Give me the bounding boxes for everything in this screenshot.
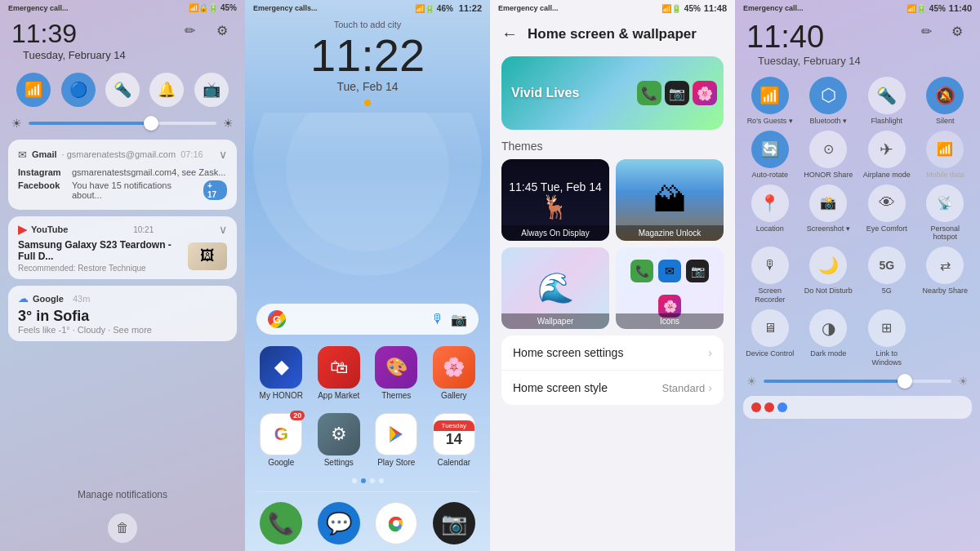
- dnd-tile[interactable]: 🌙 Do Not Disturb: [802, 247, 856, 304]
- gmail-app-label: Gmail: [32, 149, 57, 159]
- gallery-app[interactable]: 🌸 Gallery: [430, 346, 479, 400]
- linkwindows-tile-label: Link to Windows: [860, 349, 914, 367]
- expand-icon[interactable]: ∨: [219, 148, 227, 161]
- eyecomfort-tile-icon: 👁: [868, 184, 906, 222]
- playstore-app[interactable]: Play Store: [372, 413, 421, 467]
- recorder-tile[interactable]: 🎙 Screen Recorder: [743, 247, 797, 304]
- google-label: Google: [268, 458, 294, 467]
- edit-icon[interactable]: ✏: [178, 19, 201, 42]
- brightness-track-p4[interactable]: [764, 380, 951, 383]
- flashlight-toggle[interactable]: 🔦: [105, 73, 140, 107]
- instagram-text: gsmarenatestsgmail.com4, see Zask...: [72, 167, 225, 177]
- clear-notifications-icon[interactable]: 🗑: [108, 513, 137, 543]
- airplane-tile[interactable]: ✈ Airplane mode: [860, 131, 914, 180]
- instagram-label: Instagram: [18, 167, 67, 177]
- wifi-tile[interactable]: 📶 Ro's Guests ▾: [743, 77, 797, 126]
- aod-deer-graphic: 🦌: [509, 193, 602, 220]
- home-screen-style-item[interactable]: Home screen style Standard ›: [501, 371, 724, 405]
- lens-search-icon[interactable]: 📷: [451, 312, 467, 327]
- calendar-icon: Tuesday 14: [433, 413, 475, 455]
- aod-option[interactable]: 11:45 Tue, Feb 14 🦌 Always On Display: [501, 159, 609, 241]
- manage-notifications-button[interactable]: Manage notifications: [0, 481, 245, 509]
- settings-app[interactable]: ⚙ Settings: [314, 413, 364, 467]
- hotspot-tile[interactable]: 📡 Personal hotspot: [919, 184, 973, 242]
- gmail-notif-dot: [751, 402, 761, 412]
- brightness-thumb-p4[interactable]: [898, 374, 912, 389]
- hotspot-tile-icon: 📡: [926, 184, 964, 222]
- brightness-track[interactable]: [29, 122, 216, 125]
- social-notification-card: ✉ Gmail · gsmarenatests@gmail.com 07:16 …: [8, 140, 237, 210]
- notif-preview-icons: [751, 402, 787, 412]
- home-style-value: Standard: [662, 382, 706, 394]
- notification-badge: + 17: [203, 180, 227, 200]
- screenshot-tile[interactable]: 📸 Screenshot ▾: [802, 184, 856, 242]
- google-logo: G: [268, 310, 286, 328]
- edit-icon-p4[interactable]: ✏: [915, 20, 938, 42]
- home-settings-label: Home screen settings: [513, 346, 623, 359]
- icons-label: Icons: [616, 313, 724, 329]
- appmarket-app[interactable]: 🛍 App Market: [314, 346, 364, 400]
- weather-notification-card: ☁ Google 43m 3° in Sofia Feels like -1° …: [8, 286, 237, 341]
- bluetooth-toggle[interactable]: 🔵: [61, 73, 96, 107]
- status-bar-p3: Emergency call... 📶🔋 45% 11:48: [490, 0, 735, 16]
- google-notif-dot: [777, 402, 787, 412]
- chrome-dock[interactable]: [372, 502, 421, 544]
- chrome-dock-icon: [375, 502, 417, 544]
- google-app[interactable]: G 20 Google: [256, 413, 306, 467]
- quick-settings-date: Tuesday, February 14: [746, 55, 872, 72]
- darkmode-tile[interactable]: ◑ Dark mode: [802, 309, 856, 367]
- home-screen-settings-item[interactable]: Home screen settings ›: [501, 335, 724, 371]
- eyecomfort-tile[interactable]: 👁 Eye Comfort: [860, 184, 914, 242]
- magazine-option[interactable]: 🏔 Magazine Unlock: [616, 159, 724, 241]
- settings-icon-p4[interactable]: ⚙: [946, 20, 969, 42]
- search-input[interactable]: [292, 313, 425, 326]
- themes-app[interactable]: 🎨 Themes: [372, 346, 421, 400]
- notification-clock: 11:39: [11, 19, 137, 49]
- voice-search-icon[interactable]: 🎙: [431, 312, 444, 327]
- notification-preview-p4: [743, 396, 972, 419]
- linkwindows-tile[interactable]: ⊞ Link to Windows: [860, 309, 914, 367]
- wifi-toggle[interactable]: 📶: [16, 73, 51, 107]
- youtube-expand-icon[interactable]: ∨: [219, 223, 227, 236]
- youtube-title: Samsung Galaxy S23 Teardown - Full D...: [18, 239, 181, 262]
- autorotate-tile[interactable]: 🔄 Auto-rotate: [743, 131, 797, 180]
- mobiledata-tile[interactable]: 📶 Mobile data: [919, 131, 973, 180]
- page-dot-4: [379, 478, 384, 483]
- phone-dock[interactable]: 📞: [256, 502, 306, 544]
- back-button[interactable]: ←: [501, 24, 518, 43]
- page-indicator: [245, 473, 490, 488]
- vivid-camera-icon: 📷: [665, 81, 689, 105]
- silent-toggle[interactable]: 🔔: [149, 73, 184, 107]
- devicecontrol-tile[interactable]: 🖥 Device Control: [743, 309, 797, 367]
- silent-tile-label: Silent: [936, 117, 955, 126]
- honorshare-tile[interactable]: ⊙ HONOR Share: [802, 131, 856, 180]
- wallpaper-option[interactable]: 🌊 Wallpaper: [501, 247, 609, 329]
- bluetooth-tile-icon: ⬡: [809, 77, 847, 114]
- myhonor-app[interactable]: ◆ My HONOR: [256, 346, 306, 400]
- status-bar-p4: Emergency call... 📶🔋 45% 11:40: [735, 0, 980, 16]
- home-style-chevron: ›: [708, 381, 712, 394]
- time-p2: 11:22: [459, 3, 482, 13]
- nearbyshare-tile[interactable]: ⇄ Nearby Share: [919, 247, 973, 304]
- silent-tile[interactable]: 🔕 Silent: [919, 77, 973, 126]
- bluetooth-tile[interactable]: ⬡ Bluetooth ▾: [802, 77, 856, 126]
- messages-dock[interactable]: 💬: [314, 502, 364, 544]
- 5g-tile-label: 5G: [882, 287, 892, 295]
- flashlight-tile[interactable]: 🔦 Flashlight: [860, 77, 914, 126]
- aod-time: 11:45 Tue, Feb 14: [509, 180, 602, 193]
- screen-toggle[interactable]: 📺: [194, 73, 229, 107]
- vivid-lives-banner[interactable]: Vivid Lives 📞 📷 🌸: [501, 56, 724, 130]
- settings-icon[interactable]: ⚙: [211, 19, 234, 42]
- playstore-label: Play Store: [377, 458, 415, 467]
- brightness-thumb[interactable]: [144, 116, 158, 131]
- location-tile-icon: 📍: [751, 184, 789, 222]
- home-style-label: Home screen style: [513, 381, 608, 394]
- recorder-tile-icon: 🎙: [751, 247, 789, 284]
- search-bar[interactable]: G 🎙 📷: [256, 304, 479, 335]
- location-tile[interactable]: 📍 Location: [743, 184, 797, 242]
- 5g-tile[interactable]: 5G 5G: [860, 247, 914, 304]
- camera-dock[interactable]: 📷: [430, 502, 479, 544]
- icons-option[interactable]: 📞 ✉ 📷 🌸 Icons: [616, 247, 724, 329]
- battery-p2: 46%: [437, 4, 453, 13]
- calendar-app[interactable]: Tuesday 14 Calendar: [430, 413, 479, 467]
